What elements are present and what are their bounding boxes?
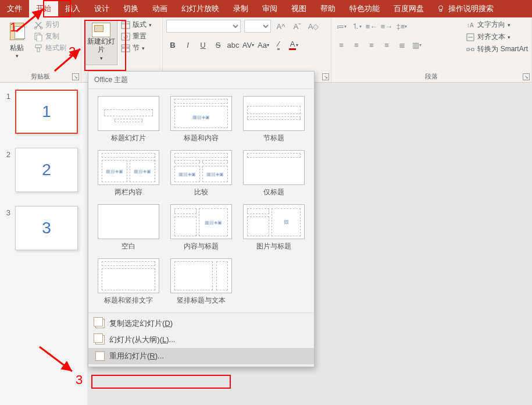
align-middle-icon: [466, 33, 475, 42]
smartart-icon: [466, 45, 475, 54]
align-right-button[interactable]: ≡: [365, 38, 378, 51]
svg-rect-17: [472, 48, 474, 51]
layout-label: 标题和内容: [184, 133, 219, 143]
reuse-label: 重用幻灯片(R)...: [109, 351, 164, 361]
paragraph-group-label: 段落: [331, 73, 531, 82]
bullets-button[interactable]: ≔▾: [335, 20, 348, 33]
layout-title-only[interactable]: 仅标题: [241, 150, 307, 197]
new-slide-button[interactable]: 新建幻灯片 ▾: [85, 20, 117, 65]
slide-thumb-2[interactable]: 2: [15, 148, 78, 192]
font-name-select[interactable]: [166, 20, 241, 33]
new-slide-dropdown: Office 主题 标题幻灯片 ▦▤◈▣ 标题和内容 节标题 ▦▤◈▣▦▤◈▣ …: [88, 71, 315, 367]
tab-animations[interactable]: 动画: [145, 0, 174, 17]
justify-button[interactable]: ≡: [380, 38, 393, 51]
tab-transitions[interactable]: 切换: [116, 0, 145, 17]
slides-from-outline[interactable]: 幻灯片(从大纲)(L)...: [88, 332, 314, 348]
layout-title-vertical-text[interactable]: 标题和竖排文字: [95, 258, 161, 305]
italic-button[interactable]: I: [181, 38, 194, 51]
line-spacing-button[interactable]: ‡≡▾: [395, 20, 408, 33]
layout-vertical-title-text[interactable]: 竖排标题与文本: [168, 258, 234, 305]
clipboard-dialog-launcher[interactable]: ↘: [72, 73, 79, 80]
thumb-row[interactable]: 3 3: [2, 206, 85, 250]
layout-two-content[interactable]: ▦▤◈▣▦▤◈▣ 两栏内容: [95, 150, 161, 197]
highlight-button[interactable]: ⁄: [272, 38, 285, 51]
svg-line-20: [55, 49, 80, 71]
thumb-content: 3: [42, 219, 51, 237]
thumb-row[interactable]: 2 2: [2, 148, 85, 192]
strikethrough-button[interactable]: S: [212, 38, 224, 51]
layout-title-content[interactable]: ▦▤◈▣ 标题和内容: [168, 96, 234, 143]
thumb-number: 2: [2, 150, 10, 159]
thumb-number: 3: [2, 208, 10, 217]
layout-label: 仅标题: [263, 187, 284, 197]
distribute-button[interactable]: ≣: [395, 38, 408, 51]
svg-line-21: [40, 347, 72, 371]
layout-blank[interactable]: 空白: [95, 204, 161, 251]
bold-button[interactable]: B: [166, 38, 179, 51]
layout-section-header[interactable]: 节标题: [241, 96, 307, 143]
reset-button[interactable]: 重置: [121, 31, 152, 41]
layout-button[interactable]: 版式▾: [121, 20, 152, 30]
layout-title-slide[interactable]: 标题幻灯片: [95, 96, 161, 143]
thumb-row[interactable]: 1 1: [2, 90, 85, 134]
tab-baidu[interactable]: 百度网盘: [387, 0, 431, 17]
font-dialog-launcher[interactable]: ↘: [322, 73, 329, 80]
layout-picture-caption[interactable]: 🖼 图片与标题: [241, 204, 307, 251]
layout-content-caption[interactable]: ▦▤◈▣ 内容与标题: [168, 204, 234, 251]
arrow-3: [37, 343, 77, 376]
increase-indent-button[interactable]: ≡→: [380, 20, 393, 33]
tab-view[interactable]: 视图: [284, 0, 313, 17]
clear-format-icon[interactable]: A◇: [307, 20, 320, 33]
arrow-1: [14, 6, 48, 34]
text-direction-icon: ↕A: [466, 20, 475, 30]
layout-comparison[interactable]: ▦▤◈▣▦▤◈▣ 比较: [168, 150, 234, 197]
tab-review[interactable]: 审阅: [255, 0, 284, 17]
text-direction-label: 文字方向: [477, 20, 505, 30]
numbering-button[interactable]: ⒈▾: [350, 20, 363, 33]
underline-button[interactable]: U: [197, 38, 209, 51]
svg-rect-12: [122, 48, 130, 52]
align-text-button[interactable]: 对齐文本▾: [466, 32, 528, 42]
svg-rect-7: [37, 48, 40, 52]
layout-label: 版式: [133, 20, 147, 30]
group-paragraph: ≔▾ ⒈▾ ≡← ≡→ ‡≡▾ ≡ ≡ ≡ ≡ ≣ ▥▾ ↕A: [331, 17, 532, 82]
layout-label: 标题和竖排文字: [104, 296, 153, 305]
slide-thumb-1[interactable]: 1: [15, 90, 78, 134]
tab-record[interactable]: 录制: [226, 0, 255, 17]
shadow-button[interactable]: abc: [227, 38, 240, 51]
outline-label: 幻灯片(从大纲)(L)...: [109, 335, 175, 345]
tab-slideshow[interactable]: 幻灯片放映: [174, 0, 226, 17]
decrease-indent-button[interactable]: ≡←: [365, 20, 378, 33]
decrease-font-icon[interactable]: Aˇ: [291, 20, 304, 33]
change-case-button[interactable]: Aa▾: [257, 38, 270, 51]
increase-font-icon[interactable]: A^: [274, 20, 287, 33]
font-size-select[interactable]: [244, 20, 271, 33]
tab-design[interactable]: 设计: [87, 0, 116, 17]
align-left-button[interactable]: ≡: [335, 38, 348, 51]
align-center-button[interactable]: ≡: [350, 38, 363, 51]
tab-features[interactable]: 特色功能: [342, 0, 387, 17]
duplicate-selected-slides[interactable]: 复制选定幻灯片(D): [88, 315, 314, 332]
paste-label: 粘贴: [10, 43, 24, 53]
reuse-slides[interactable]: 重用幻灯片(R)...: [88, 348, 314, 364]
svg-text:↕A: ↕A: [467, 22, 474, 29]
tab-help[interactable]: 帮助: [313, 0, 342, 17]
text-direction-button[interactable]: ↕A 文字方向▾: [466, 20, 528, 30]
section-button[interactable]: 节▾: [121, 43, 152, 53]
convert-smartart-button[interactable]: 转换为 SmartArt: [466, 44, 528, 54]
slide-thumb-3[interactable]: 3: [15, 206, 78, 250]
tell-me-search[interactable]: 操作说明搜索: [431, 3, 499, 14]
font-color-button[interactable]: A▾: [287, 38, 300, 51]
columns-button[interactable]: ▥▾: [410, 38, 423, 51]
svg-rect-11: [122, 45, 130, 47]
paragraph-dialog-launcher[interactable]: ↘: [523, 73, 530, 80]
reuse-icon: [95, 351, 105, 361]
section-icon: [121, 44, 130, 53]
svg-rect-1: [440, 10, 442, 12]
layout-label: 内容与标题: [184, 241, 219, 251]
tab-insert[interactable]: 插入: [58, 0, 87, 17]
reset-icon: [121, 32, 130, 41]
char-spacing-button[interactable]: AV▾: [242, 38, 255, 51]
layout-label: 图片与标题: [256, 241, 291, 251]
clipboard-group-label: 剪贴板: [0, 73, 81, 82]
